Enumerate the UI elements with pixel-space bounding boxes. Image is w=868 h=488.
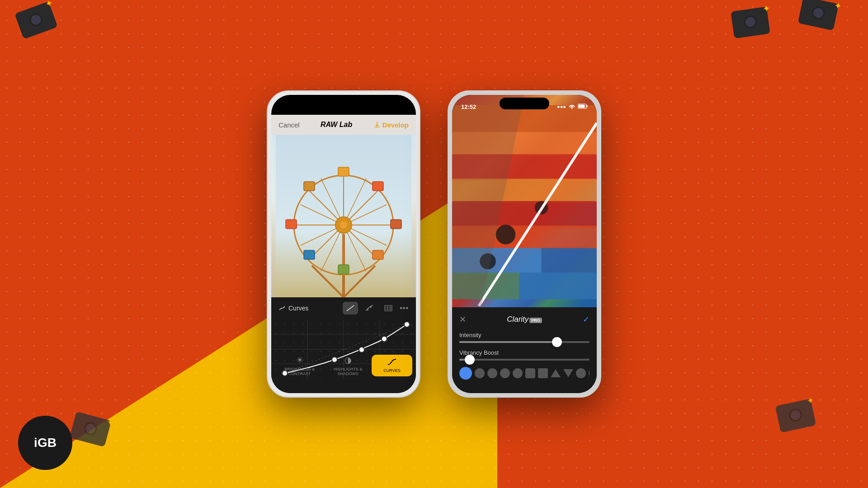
clarity-close-button[interactable]: ✕ [459,314,466,324]
svg-rect-59 [519,272,597,299]
kayaks-photo [452,95,597,307]
intensity-label: Intensity [459,332,590,338]
phone-1-time: 11:41 [280,103,295,110]
phone-2: 12:52 ●●● [448,90,601,398]
curves-tab-icon [387,358,397,366]
clarity-confirm-button[interactable]: ✓ [583,314,590,324]
develop-button[interactable]: Develop [373,121,409,129]
vibrancy-boost-slider-thumb[interactable] [465,355,475,365]
intensity-slider-fill [459,341,557,343]
curves-more-btn[interactable]: ••• [400,304,409,312]
phone-1-status-icons: ●●● [376,103,407,110]
filter-icon-triangle[interactable] [551,369,561,377]
rawlab-header: Cancel RAW Lab Develop [271,115,416,135]
svg-rect-48 [579,105,585,108]
intensity-slider-thumb[interactable] [552,337,562,347]
filter-icon-3[interactable] [487,368,497,378]
svg-point-27 [370,306,372,308]
svg-rect-1 [398,105,404,108]
clarity-panel: ✕ Clarity PRO ✓ Intensity [452,307,597,393]
clarity-header: ✕ Clarity PRO ✓ [459,314,590,324]
phone-1-wifi-icon [387,103,395,110]
svg-point-60 [496,225,515,244]
filter-icon-6[interactable] [525,368,535,378]
camera-deco-3: ✦ [731,7,770,39]
filter-icon-9[interactable] [589,368,590,378]
vibrancy-boost-slider-track[interactable] [459,359,590,361]
clarity-title: Clarity PRO [507,315,542,324]
phone-2-inner: 12:52 ●●● [452,95,597,393]
phone-2-wifi-icon [568,103,576,110]
svg-rect-19 [338,265,349,274]
curves-toolbar: Curves [271,297,416,317]
svg-point-26 [367,309,368,310]
filter-icon-4[interactable] [500,368,510,378]
svg-point-45 [382,336,387,342]
vibrancy-boost-label: Vibrancy Boost [459,349,590,356]
svg-rect-22 [304,182,315,191]
svg-rect-28 [385,305,392,311]
phone-2-signal-icon: ●●● [557,104,566,109]
svg-rect-25 [373,250,383,259]
clarity-title-text: Clarity [507,315,528,324]
curves-tools: ••• [343,302,409,314]
igb-logo: iGB [18,416,72,470]
filter-icon-8[interactable] [576,368,586,378]
curves-panel: Curves [271,297,416,393]
filter-icons-row [459,367,590,380]
phone-1-inner: 11:41 ●●● Cancel RAW Lab Develop [271,95,416,393]
clarity-pro-badge: PRO [529,318,542,323]
svg-rect-57 [542,248,597,275]
phone-2-time: 12:52 [461,103,476,110]
filter-icon-7[interactable] [538,368,548,378]
phone-2-status-icons: ●●● [557,103,588,110]
curve-tool-grid[interactable] [381,302,396,314]
phone-2-dynamic-island [500,98,549,109]
vibrancy-boost-slider-row: Vibrancy Boost [459,349,590,361]
tab-curves[interactable]: CURVES [372,355,412,376]
rawlab-title: RAW Lab [321,121,352,129]
phone-2-battery-icon [578,103,588,110]
curve-tool-smooth[interactable] [362,302,377,314]
svg-rect-23 [373,182,383,191]
highlights-icon: ◑ [344,355,352,365]
intensity-slider-row: Intensity [459,332,590,343]
curve-tool-linear[interactable] [343,302,358,314]
svg-point-17 [340,221,347,229]
svg-point-46 [404,322,410,327]
svg-rect-24 [304,250,315,259]
tab-curves-label: CURVES [383,368,400,373]
filter-icon-5[interactable] [513,368,523,378]
intensity-slider-track[interactable] [459,341,590,343]
filter-icon-2[interactable] [475,368,485,378]
tab-brightness-label: BRIGHTNESS & CONTRAST [280,367,319,376]
phones-container: 11:41 ●●● Cancel RAW Lab Develop [267,90,601,398]
tab-highlights-label: HIGHLIGHTS & SHADOWS [330,367,366,376]
bottom-tabs: ☀ BRIGHTNESS & CONTRAST ◑ HIGHLIGHTS & S… [271,352,416,380]
tab-highlights-shadows[interactable]: ◑ HIGHLIGHTS & SHADOWS [324,352,372,380]
svg-rect-2 [406,105,407,108]
svg-rect-20 [286,220,297,229]
phone-1-notch [314,95,373,108]
brightness-icon: ☀ [296,355,303,365]
phone-1: 11:41 ●●● Cancel RAW Lab Develop [267,90,420,398]
filter-icon-triangle-down[interactable] [563,369,573,377]
svg-rect-18 [338,167,349,176]
curves-label: Curves [278,305,308,312]
igb-logo-text: iGB [34,436,57,449]
filter-icon-1[interactable] [459,367,472,380]
ferris-wheel-photo [271,135,416,297]
svg-rect-49 [587,105,588,108]
phone-1-signal-icon: ●●● [376,104,385,109]
cancel-button[interactable]: Cancel [278,121,300,129]
tab-brightness-contrast[interactable]: ☀ BRIGHTNESS & CONTRAST [275,352,324,380]
phone-1-battery-icon [397,103,407,110]
svg-rect-21 [391,220,401,229]
